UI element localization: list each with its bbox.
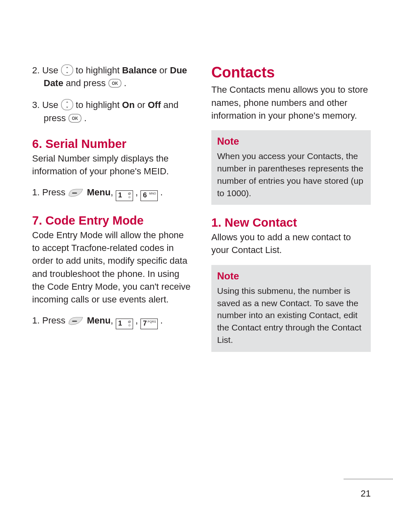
keypad-6-icon: 6MNO bbox=[140, 190, 158, 201]
key-sub: PQRS bbox=[147, 320, 156, 323]
key-main: 6 bbox=[143, 191, 147, 199]
step-text: or bbox=[157, 65, 170, 75]
step-text: , bbox=[110, 187, 115, 197]
note-body: Using this submenu, the number is saved … bbox=[217, 285, 366, 346]
section-heading-serial-number: 6. Serial Number bbox=[32, 137, 192, 151]
step-number: 1. bbox=[32, 187, 40, 197]
step-text: , bbox=[133, 187, 140, 197]
step-text: Press bbox=[40, 187, 68, 197]
section-heading-code-entry: 7. Code Entry Mode bbox=[32, 213, 192, 228]
key-sub: MNO bbox=[149, 192, 156, 195]
note-body: When you access your Contacts, the numbe… bbox=[217, 150, 366, 199]
step-text: . bbox=[158, 187, 163, 197]
key-sub: @☺ bbox=[128, 192, 131, 199]
keypad-1-icon: 1@☺ bbox=[116, 190, 133, 201]
step-text: . bbox=[82, 113, 87, 123]
step-2: 2. Use to highlight Balance or Due Date … bbox=[32, 64, 192, 89]
ui-term: Off bbox=[148, 100, 161, 110]
note-box: Note Using this submenu, the number is s… bbox=[211, 265, 371, 352]
step-text: and press bbox=[63, 78, 108, 88]
section-body: Code Entry Mode will allow the phone to … bbox=[32, 229, 192, 306]
step-text: to highlight bbox=[73, 65, 122, 75]
left-soft-key-icon bbox=[68, 316, 84, 326]
key-sub: @☺ bbox=[128, 320, 131, 327]
manual-page: 2. Use to highlight Balance or Due Date … bbox=[0, 0, 393, 532]
step-text: , bbox=[133, 315, 140, 326]
keypad-1-icon: 1@☺ bbox=[116, 319, 133, 329]
note-heading: Note bbox=[217, 269, 366, 283]
note-box: Note When you access your Contacts, the … bbox=[211, 130, 371, 205]
key-main: 1 bbox=[118, 319, 122, 327]
step-text: Press bbox=[40, 315, 68, 326]
step-number: 3. bbox=[32, 100, 40, 110]
step-list: 1. Press Menu, 1@☺ , 7PQRS . bbox=[32, 314, 192, 329]
navigation-key-icon bbox=[61, 99, 73, 110]
right-column: Contacts The Contacts menu allows you to… bbox=[211, 64, 371, 360]
step-text: Use bbox=[40, 65, 61, 75]
step-text: or bbox=[135, 100, 148, 110]
ui-term: Menu bbox=[87, 315, 110, 326]
ok-key-icon bbox=[68, 113, 82, 122]
navigation-key-icon bbox=[61, 64, 73, 76]
step-number: 2. bbox=[32, 65, 40, 75]
page-number: 21 bbox=[361, 487, 371, 500]
step-text: . bbox=[122, 78, 126, 88]
chapter-intro: The Contacts menu allows you to store na… bbox=[211, 83, 371, 122]
section-body: Allows you to add a new contact to your … bbox=[211, 231, 371, 256]
ok-key-icon bbox=[108, 78, 122, 87]
step-number: 1. bbox=[32, 315, 40, 326]
chapter-title-contacts: Contacts bbox=[211, 64, 371, 81]
step-text: , bbox=[110, 315, 115, 326]
ui-term: Menu bbox=[87, 187, 110, 197]
section-heading-new-contact: 1. New Contact bbox=[211, 216, 371, 230]
step-3: 3. Use to highlight On or Off and press … bbox=[32, 98, 192, 124]
left-soft-key-icon bbox=[68, 187, 84, 197]
step-1: 1. Press Menu, 1@☺ , 6MNO . bbox=[32, 186, 192, 201]
note-heading: Note bbox=[217, 134, 366, 148]
keypad-7-icon: 7PQRS bbox=[140, 319, 158, 329]
key-main: 1 bbox=[118, 191, 122, 199]
ui-term: On bbox=[122, 100, 135, 110]
step-text: . bbox=[158, 315, 163, 326]
left-column: 2. Use to highlight Balance or Due Date … bbox=[32, 64, 192, 360]
columns: 2. Use to highlight Balance or Due Date … bbox=[32, 64, 371, 360]
key-main: 7 bbox=[143, 319, 147, 327]
step-text: Use bbox=[40, 100, 61, 110]
step-list: 1. Press Menu, 1@☺ , 6MNO . bbox=[32, 186, 192, 201]
step-1: 1. Press Menu, 1@☺ , 7PQRS . bbox=[32, 314, 192, 329]
footer-rule bbox=[344, 479, 393, 479]
step-list-continued: 2. Use to highlight Balance or Due Date … bbox=[32, 64, 192, 124]
step-text: to highlight bbox=[73, 100, 122, 110]
section-body: Serial Number simply displays the inform… bbox=[32, 152, 192, 178]
ui-term: Balance bbox=[122, 65, 157, 75]
